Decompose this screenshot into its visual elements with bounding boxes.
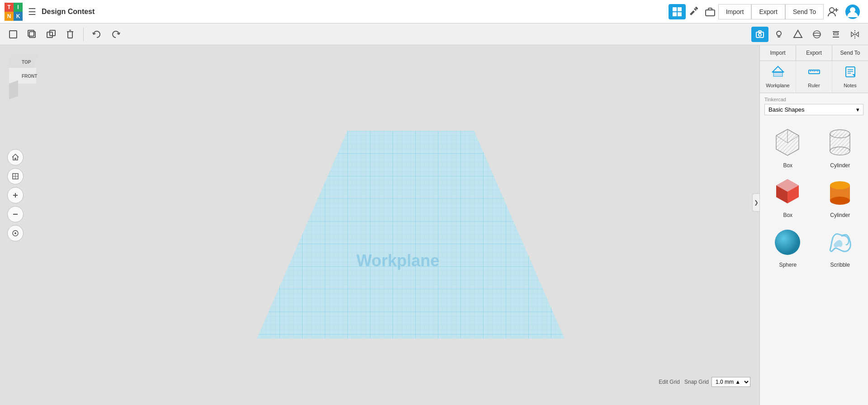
duplicate-button[interactable] [43, 27, 60, 42]
rings-icon [812, 29, 822, 39]
home-nav-button[interactable] [7, 149, 24, 165]
align-icon [831, 29, 841, 39]
svg-point-75 [830, 181, 850, 189]
svg-rect-1 [678, 7, 682, 11]
grid-menu-button[interactable]: ☰ [26, 5, 38, 19]
camera-view-button[interactable] [751, 27, 768, 42]
logo-k: K [14, 12, 23, 21]
shape-thumb-cylinder-hole [822, 124, 858, 160]
right-panel: Import Export Send To Workplane [759, 45, 868, 405]
panel-import-button[interactable]: Import [760, 45, 796, 61]
mirror-button[interactable] [846, 27, 863, 42]
zoom-in-button[interactable] [7, 187, 24, 203]
zoom-out-button[interactable] [7, 206, 24, 222]
build-button[interactable] [686, 4, 702, 20]
topbar-actions: Import Export Send To [669, 1, 863, 23]
orbit-icon [11, 229, 19, 237]
svg-rect-0 [673, 7, 677, 11]
shape-thumb-box-hole [770, 124, 806, 160]
snap-grid-control: Snap Grid 1.0 mm ▲ [684, 377, 750, 387]
logo-n: N [5, 12, 14, 21]
right-panel-top-actions: Import Export Send To [760, 45, 868, 61]
workplane-ruler-notes-toolbar: Workplane Ruler [760, 61, 868, 93]
import-button[interactable]: Import [718, 4, 752, 19]
logo-i: I [14, 3, 23, 12]
briefcase-icon [705, 6, 716, 17]
edit-grid-button[interactable]: Edit Grid [659, 379, 680, 385]
undo-button[interactable] [88, 27, 105, 42]
shape-item-scribble[interactable]: Scribble [817, 224, 864, 268]
send-to-button[interactable]: Send To [785, 4, 824, 19]
avatar-button[interactable] [842, 1, 863, 23]
shape-thumb-sphere [770, 224, 806, 260]
shape-thumb-cylinder-solid [822, 174, 858, 210]
svg-point-20 [759, 33, 761, 36]
shape-item-cylinder-solid[interactable]: Cylinder [817, 174, 864, 218]
shapes-label-area: Tinkercad [760, 93, 868, 103]
shapes-dropdown-button[interactable]: Basic Shapes ▾ [764, 104, 863, 115]
tinkercad-logo[interactable]: T I N K [5, 3, 23, 21]
svg-point-22 [777, 31, 781, 36]
viewport[interactable]: TOP FRONT [0, 45, 759, 405]
shape-name-cylinder-solid: Cylinder [830, 212, 850, 218]
shape-thumb-scribble [822, 224, 858, 260]
delete-button[interactable] [62, 27, 79, 42]
svg-marker-31 [851, 32, 854, 37]
delete-icon [65, 29, 75, 39]
briefcase-button[interactable] [702, 4, 718, 20]
workplane-tool-button[interactable]: Workplane [760, 61, 796, 93]
svg-rect-16 [68, 32, 72, 38]
svg-point-25 [813, 31, 821, 38]
notes-tool-button[interactable]: Notes [832, 61, 868, 93]
undo-icon [92, 29, 102, 39]
grid-view-icon [672, 7, 682, 17]
align-button[interactable] [827, 27, 844, 42]
svg-rect-12 [29, 32, 35, 38]
svg-rect-2 [673, 12, 677, 16]
redo-button[interactable] [107, 27, 124, 42]
toolbar [0, 24, 868, 45]
add-person-icon [826, 5, 839, 18]
shape-item-box-solid[interactable]: Box [764, 174, 811, 218]
light-button[interactable] [770, 27, 787, 42]
shape-item-sphere[interactable]: Sphere [764, 224, 811, 268]
shape-name-scribble: Scribble [830, 262, 850, 268]
shape-name-sphere: Sphere [779, 262, 797, 268]
project-title: Design Contest [42, 8, 95, 16]
svg-point-74 [830, 197, 850, 205]
panel-expand-arrow[interactable]: ❯ [752, 193, 759, 212]
svg-point-76 [775, 230, 800, 255]
export-button[interactable]: Export [751, 4, 785, 19]
view-cube[interactable]: TOP FRONT [9, 54, 50, 95]
svg-rect-5 [706, 10, 715, 16]
zoom-in-icon [11, 191, 19, 199]
copy-button[interactable] [24, 27, 41, 42]
svg-rect-44 [257, 131, 564, 339]
panel-export-button[interactable]: Export [796, 45, 832, 61]
shape-icon [793, 29, 803, 39]
new-icon [8, 29, 18, 39]
bottom-right-controls: Edit Grid Snap Grid 1.0 mm ▲ [659, 377, 750, 387]
shape-item-cylinder-hole[interactable]: Cylinder [817, 124, 864, 169]
add-person-button[interactable] [824, 3, 842, 21]
ruler-icon [808, 66, 821, 81]
shape-button[interactable] [789, 27, 806, 42]
camera-icon [755, 29, 765, 39]
panel-send-to-button[interactable]: Send To [832, 45, 868, 61]
svg-marker-24 [794, 30, 802, 38]
snap-grid-select[interactable]: 1.0 mm ▲ [711, 377, 750, 387]
workplane-tool-label: Workplane [766, 83, 789, 88]
cube-front-face [9, 68, 36, 84]
new-button[interactable] [5, 27, 22, 42]
duplicate-icon [46, 29, 56, 39]
view-rings-button[interactable] [808, 27, 825, 42]
svg-marker-32 [856, 32, 859, 37]
ruler-tool-button[interactable]: Ruler [796, 61, 832, 93]
orbit-button[interactable] [7, 225, 24, 241]
topbar: T I N K ☰ Design Contest [0, 0, 868, 24]
svg-rect-47 [773, 72, 783, 76]
svg-point-26 [813, 33, 821, 36]
fit-nav-button[interactable] [7, 168, 24, 184]
dashboard-button[interactable] [669, 4, 686, 19]
shape-item-box-hole[interactable]: Box [764, 124, 811, 169]
